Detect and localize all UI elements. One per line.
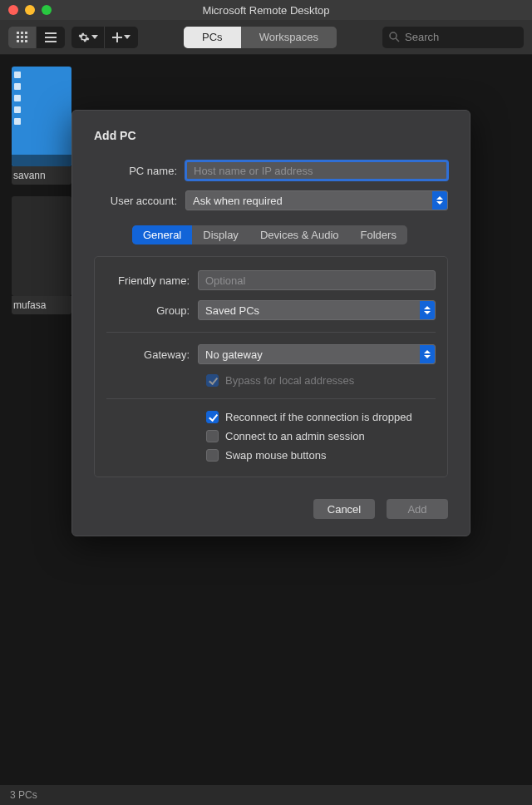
svg-rect-8 — [25, 40, 27, 42]
toolbar: PCs Workspaces Search — [0, 20, 532, 55]
main-tabs: PCs Workspaces — [145, 27, 376, 48]
bypass-checkbox-row: Bypass for local addresses — [206, 374, 436, 387]
svg-rect-6 — [17, 40, 19, 42]
tab-workspaces[interactable]: Workspaces — [241, 27, 337, 48]
friendly-name-label: Friendly name: — [106, 274, 198, 287]
user-account-select[interactable]: Ask when required — [185, 190, 448, 210]
general-panel: Friendly name: Optional Group: Saved PCs… — [94, 256, 448, 477]
search-placeholder: Search — [405, 31, 439, 43]
svg-rect-7 — [21, 40, 23, 42]
add-button[interactable] — [105, 27, 138, 48]
search-field[interactable]: Search — [382, 27, 524, 48]
tab-folders[interactable]: Folders — [350, 225, 407, 244]
tab-devices-audio[interactable]: Devices & Audio — [249, 225, 350, 244]
reconnect-label: Reconnect if the connection is dropped — [225, 411, 412, 423]
admin-checkbox[interactable] — [206, 430, 219, 442]
user-account-label: User account: — [94, 195, 185, 207]
add-confirm-button[interactable]: Add — [387, 499, 448, 519]
admin-label: Connect to an admin session — [225, 430, 365, 442]
pc-thumbnail — [12, 196, 71, 296]
svg-rect-11 — [45, 41, 57, 42]
sheet-tabs: General Display Devices & Audio Folders — [132, 225, 407, 244]
status-bar: 3 PCs — [0, 785, 532, 805]
friendly-name-input[interactable]: Optional — [198, 270, 436, 290]
divider — [106, 332, 436, 333]
swap-checkbox-row: Swap mouse buttons — [206, 449, 436, 462]
tab-display[interactable]: Display — [192, 225, 249, 244]
divider — [106, 398, 436, 399]
tab-general[interactable]: General — [132, 225, 192, 244]
reconnect-checkbox[interactable] — [206, 411, 219, 423]
bypass-label: Bypass for local addresses — [225, 374, 354, 387]
reconnect-checkbox-row: Reconnect if the connection is dropped — [206, 411, 436, 423]
gateway-select[interactable]: No gateway — [198, 344, 436, 364]
swap-label: Swap mouse buttons — [225, 449, 326, 462]
group-select[interactable]: Saved PCs — [198, 300, 436, 320]
settings-button[interactable] — [71, 27, 105, 48]
chevron-down-icon — [124, 35, 131, 39]
plus-icon — [112, 32, 122, 42]
pc-count: 3 PCs — [10, 789, 37, 801]
minimize-window-button[interactable] — [25, 5, 35, 15]
pc-thumbnail — [12, 67, 71, 166]
pc-name-label: mufasa — [12, 296, 71, 314]
gear-icon — [78, 32, 90, 43]
cancel-button[interactable]: Cancel — [313, 499, 375, 519]
group-label: Group: — [106, 304, 198, 317]
svg-point-12 — [390, 32, 397, 39]
select-stepper-icon — [420, 345, 435, 363]
window-controls — [0, 5, 52, 15]
admin-checkbox-row: Connect to an admin session — [206, 430, 436, 442]
pc-card[interactable]: mufasa — [12, 196, 71, 314]
svg-rect-10 — [45, 37, 57, 38]
select-stepper-icon — [420, 301, 435, 319]
svg-rect-5 — [25, 36, 27, 38]
svg-rect-1 — [21, 32, 23, 34]
close-window-button[interactable] — [8, 5, 18, 15]
grid-view-button[interactable] — [8, 27, 37, 48]
svg-line-13 — [396, 38, 399, 42]
svg-rect-4 — [21, 36, 23, 38]
window-title: Microsoft Remote Desktop — [0, 4, 532, 17]
svg-rect-9 — [45, 32, 57, 34]
svg-rect-0 — [17, 32, 19, 34]
actions-segment — [71, 27, 138, 48]
sheet-actions: Cancel Add — [94, 499, 448, 519]
search-icon — [389, 32, 400, 42]
gateway-label: Gateway: — [106, 348, 198, 361]
swap-checkbox[interactable] — [206, 449, 219, 462]
pc-name-label: PC name: — [94, 165, 185, 177]
pc-name-input[interactable]: Host name or IP address — [185, 161, 448, 180]
select-stepper-icon — [432, 191, 447, 210]
tab-pcs[interactable]: PCs — [184, 27, 241, 48]
zoom-window-button[interactable] — [42, 5, 52, 15]
add-pc-sheet: Add PC PC name: Host name or IP address … — [71, 110, 470, 536]
svg-rect-2 — [25, 32, 27, 34]
pc-name-label: savann — [12, 166, 71, 185]
view-mode-segment — [8, 27, 65, 48]
titlebar: Microsoft Remote Desktop — [0, 0, 532, 20]
bypass-checkbox — [206, 374, 219, 387]
sheet-title: Add PC — [94, 129, 448, 142]
main-area: savann mufasa Add PC PC name: Host name … — [0, 55, 532, 785]
chevron-down-icon — [91, 35, 98, 39]
svg-rect-3 — [17, 36, 19, 38]
pc-card[interactable]: savann — [12, 67, 71, 185]
list-view-button[interactable] — [37, 27, 65, 48]
